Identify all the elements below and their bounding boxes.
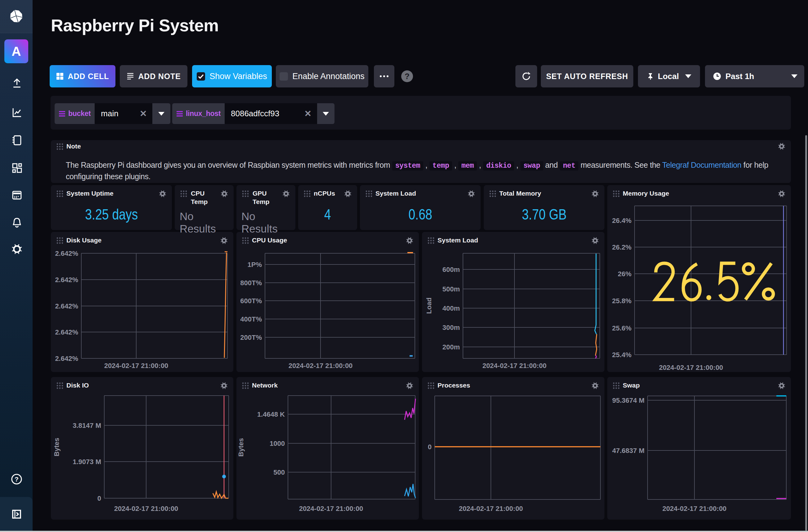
svg-text:2.642%: 2.642% [55,276,78,284]
svg-text:600T%: 600T% [240,297,262,305]
svg-text:?: ? [15,476,19,483]
svg-text:2.642%: 2.642% [55,355,78,362]
svg-text:47.6837 M: 47.6837 M [612,447,644,455]
svg-text:2024-02-17 21:00:00: 2024-02-17 21:00:00 [662,505,727,512]
svg-text:200m: 200m [442,343,460,351]
svg-text:2024-02-17 21:00:00: 2024-02-17 21:00:00 [299,505,363,512]
svg-text:1.4648 K: 1.4648 K [257,411,285,418]
svg-text:Load: Load [425,298,433,314]
svg-text:2024-02-17 21:00:00: 2024-02-17 21:00:00 [289,362,353,369]
svg-text:Bytes: Bytes [53,438,60,456]
svg-text:1P%: 1P% [247,261,262,268]
svg-text:2.642%: 2.642% [55,328,78,336]
svg-text:3.8147 M: 3.8147 M [73,422,101,430]
svg-text:600m: 600m [442,266,460,273]
svg-text:500: 500 [273,469,285,476]
svg-text:2.642%: 2.642% [55,250,78,257]
svg-text:400m: 400m [442,304,460,312]
svg-text:2024-02-17 21:00:00: 2024-02-17 21:00:00 [104,362,168,369]
svg-text:2024-02-17 21:00:00: 2024-02-17 21:00:00 [459,505,523,512]
svg-text:0: 0 [428,443,431,451]
svg-text:95.3674 M: 95.3674 M [612,397,644,404]
svg-text:Bytes: Bytes [237,438,245,457]
svg-text:0: 0 [97,494,101,502]
svg-text:1000: 1000 [270,440,285,448]
svg-text:1.9073 M: 1.9073 M [73,458,101,466]
svg-text:500m: 500m [442,285,460,293]
svg-text:800T%: 800T% [240,279,262,287]
svg-text:2024-02-17 21:00:00: 2024-02-17 21:00:00 [114,505,179,512]
svg-text:2024-02-17 21:00:00: 2024-02-17 21:00:00 [482,362,547,369]
svg-text:300m: 300m [442,324,460,331]
svg-text:400T%: 400T% [240,315,262,323]
svg-text:200T%: 200T% [240,334,262,341]
svg-text:2.642%: 2.642% [55,302,78,310]
